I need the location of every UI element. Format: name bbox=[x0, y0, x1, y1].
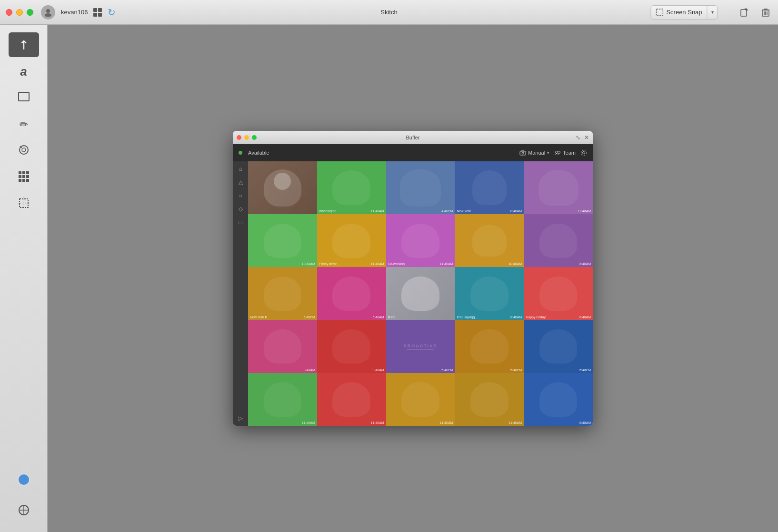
buffer-close-icon: ✕ bbox=[584, 134, 589, 141]
photo-cell-0-0[interactable] bbox=[248, 161, 317, 214]
share-button[interactable] bbox=[738, 6, 751, 19]
photo-cell-3-4[interactable]: 5:40PM bbox=[524, 320, 593, 373]
svg-rect-3 bbox=[741, 10, 747, 16]
svg-point-1 bbox=[45, 13, 51, 17]
cell-time-3-2: 5:40PM bbox=[441, 368, 453, 372]
photo-cell-2-1[interactable]: 5:40AM bbox=[317, 267, 386, 320]
buffer-maximize bbox=[252, 135, 257, 140]
photo-cell-0-2[interactable]: 4:40PM bbox=[386, 161, 455, 214]
screen-snap-main[interactable]: Screen Snap bbox=[651, 6, 707, 19]
photo-cell-4-0[interactable]: 11:40AM bbox=[248, 373, 317, 426]
text-tool[interactable]: a bbox=[9, 59, 39, 84]
photo-cell-3-2[interactable]: PROACTIVE 5:40PM bbox=[386, 320, 455, 373]
camera-icon-btn: Manual ▾ bbox=[519, 150, 549, 156]
buffer-close bbox=[237, 135, 241, 140]
cell-time-4-0: 11:40AM bbox=[302, 421, 315, 424]
cell-time-3-4: 5:40PM bbox=[579, 368, 591, 372]
photo-cell-1-4[interactable]: 8:40AM bbox=[524, 214, 593, 267]
buffer-win-controls: ⤡ ✕ bbox=[576, 134, 589, 141]
pixelate-icon bbox=[18, 170, 30, 186]
cell-time-1-2: 11:40AM bbox=[439, 262, 453, 266]
photo-cell-2-2[interactable]: NYC bbox=[386, 267, 455, 320]
refresh-button[interactable]: ↻ bbox=[108, 7, 116, 18]
cell-label-0-3: New York bbox=[457, 209, 471, 213]
svg-rect-2 bbox=[656, 9, 663, 16]
buffer-titlebar: Buffer ⤡ ✕ bbox=[233, 131, 593, 144]
photo-cell-0-3[interactable]: New York 8:40AM bbox=[455, 161, 524, 214]
avatar bbox=[41, 5, 55, 20]
cell-time-0-4: 11:40AM bbox=[578, 209, 591, 213]
manual-label: Manual bbox=[528, 150, 545, 156]
eraser-tool[interactable] bbox=[9, 139, 39, 164]
svg-rect-8 bbox=[19, 92, 29, 101]
maximize-button[interactable] bbox=[27, 9, 33, 16]
cell-time-0-3: 8:40AM bbox=[510, 209, 522, 213]
crop-tool[interactable] bbox=[9, 192, 39, 217]
svg-rect-12 bbox=[19, 171, 21, 174]
photo-cell-1-0[interactable]: 10:40AM bbox=[248, 214, 317, 267]
buffer-traffic-lights bbox=[237, 135, 257, 140]
photo-cell-3-1[interactable]: 9:40AM bbox=[317, 320, 386, 373]
photo-cell-0-1[interactable]: Washington... 11:40AM bbox=[317, 161, 386, 214]
text-icon: a bbox=[20, 64, 27, 79]
buffer-expand-icon: ⤡ bbox=[576, 134, 580, 141]
photo-cell-4-2[interactable]: 11:40AM bbox=[386, 373, 455, 426]
svg-point-25 bbox=[20, 476, 28, 483]
photo-cell-3-0[interactable]: 8:40AM bbox=[248, 320, 317, 373]
photo-cell-2-3[interactable]: iPad sqwigg... 8:40AM bbox=[455, 267, 524, 320]
sidebar-icon-4: ◇ bbox=[237, 205, 244, 213]
screen-snap-label: Screen Snap bbox=[666, 9, 702, 16]
available-dot bbox=[239, 151, 242, 155]
available-text: Available bbox=[248, 150, 269, 156]
close-button[interactable] bbox=[6, 9, 12, 16]
delete-button[interactable] bbox=[759, 6, 772, 19]
team-btn: Team bbox=[554, 150, 576, 156]
rect-tool[interactable] bbox=[9, 86, 39, 110]
cell-time-1-1: 11:40AM bbox=[371, 262, 384, 266]
photo-cell-1-3[interactable]: 10:40AM bbox=[455, 214, 524, 267]
photo-cell-1-1[interactable]: Friday befor... 11:40AM bbox=[317, 214, 386, 267]
window-title: Skitch bbox=[380, 9, 397, 16]
grid-icon-cell bbox=[98, 8, 102, 12]
pen-tool[interactable]: ✏ bbox=[9, 112, 39, 137]
cell-label-2-2: NYC bbox=[388, 315, 395, 319]
svg-rect-29 bbox=[520, 151, 526, 155]
photo-cell-4-4[interactable]: 8:40AM bbox=[524, 373, 593, 426]
grid-icon-cell bbox=[93, 13, 97, 17]
sidebar-home-icon: ⌂ bbox=[237, 165, 244, 173]
username: kevan106 bbox=[61, 9, 88, 16]
svg-rect-14 bbox=[26, 171, 29, 174]
photo-cell-2-4[interactable]: Happy Friday! 8:40AM bbox=[524, 267, 593, 320]
svg-point-32 bbox=[558, 151, 560, 154]
share-icon bbox=[740, 8, 749, 17]
photo-cell-0-4[interactable]: 11:40AM bbox=[524, 161, 593, 214]
cell-time-4-3: 11:40AM bbox=[509, 421, 522, 424]
grid-icon-cell bbox=[93, 8, 97, 12]
minimize-button[interactable] bbox=[16, 9, 23, 16]
arrow-tool[interactable]: ↗ bbox=[9, 32, 39, 57]
photo-cell-2-0[interactable]: New York B... 5:40PM bbox=[248, 267, 317, 320]
photo-cell-4-1[interactable]: 11:40AM bbox=[317, 373, 386, 426]
screen-snap-button[interactable]: Screen Snap ▾ bbox=[650, 5, 718, 20]
style-button[interactable] bbox=[9, 498, 39, 522]
cell-time-3-1: 9:40AM bbox=[372, 368, 384, 372]
cell-label-1-1: Friday befor... bbox=[319, 262, 339, 266]
screen-snap-dropdown[interactable]: ▾ bbox=[708, 6, 718, 19]
buffer-sidebar: ⌂ △ ○ ◇ □ ▷ bbox=[233, 161, 248, 426]
cell-time-4-1: 11:40AM bbox=[371, 421, 384, 424]
manual-arrow: ▾ bbox=[547, 150, 549, 155]
sidebar-icon-2: △ bbox=[237, 178, 244, 186]
photo-cell-3-3[interactable]: 5:40PM bbox=[455, 320, 524, 373]
grid-view-button[interactable] bbox=[93, 8, 102, 17]
pixelate-tool[interactable] bbox=[9, 166, 39, 190]
team-label: Team bbox=[563, 150, 576, 156]
photo-cell-4-3[interactable]: 11:40AM bbox=[455, 373, 524, 426]
color-button[interactable] bbox=[9, 467, 39, 492]
settings-btn bbox=[580, 149, 587, 156]
svg-point-10 bbox=[22, 148, 26, 152]
cell-time-3-3: 5:40PM bbox=[510, 368, 522, 372]
toolbar-section: kevan106 ↻ bbox=[41, 5, 116, 20]
cell-time-4-4: 8:40AM bbox=[579, 421, 591, 424]
svg-point-0 bbox=[46, 9, 50, 13]
photo-cell-1-2[interactable]: Co-working 11:40AM bbox=[386, 214, 455, 267]
